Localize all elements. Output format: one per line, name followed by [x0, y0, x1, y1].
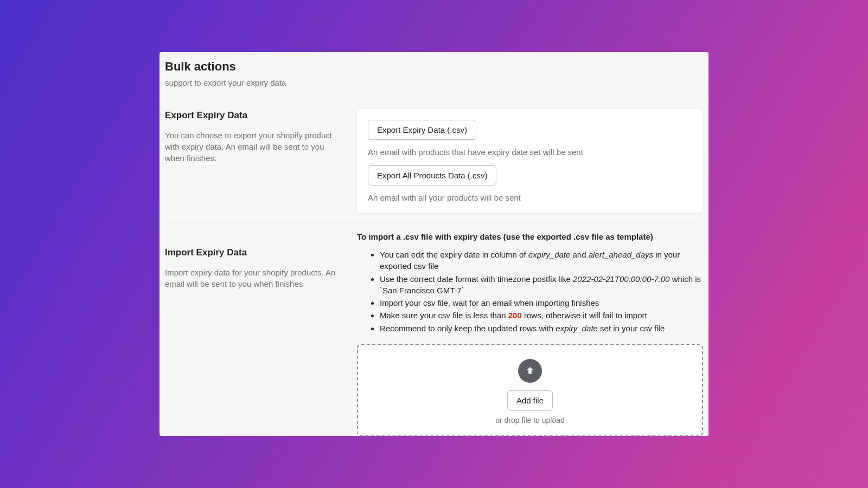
import-section-title: Import Expiry Data [165, 246, 342, 258]
export-expiry-helper: An email with products that have expiry … [368, 147, 692, 157]
export-card: Export Expiry Data (.csv) An email with … [357, 109, 703, 213]
export-all-helper: An email with all your products will be … [368, 193, 692, 202]
page-title: Bulk actions [165, 60, 703, 74]
import-instructions-list: You can edit the expiry date in column o… [357, 249, 703, 334]
upload-arrow-icon [518, 359, 542, 383]
export-expiry-button[interactable]: Export Expiry Data (.csv) [368, 120, 476, 140]
add-file-button[interactable]: Add file [507, 390, 553, 410]
import-instructions-heading: To import a .csv file with expiry dates … [357, 232, 703, 241]
list-item: Use the correct date format with timezon… [380, 273, 703, 297]
list-item: Make sure your csv file is less than 200… [380, 310, 703, 321]
drop-hint-text: or drop file to upload [495, 416, 565, 425]
export-section-title: Export Expiry Data [165, 109, 342, 121]
list-item: Recommend to only keep the updated rows … [380, 323, 703, 334]
import-section: Import Expiry Data Import expiry data fo… [165, 223, 703, 436]
settings-panel: Bulk actions support to export your expi… [159, 52, 709, 436]
import-section-info: Import Expiry Data Import expiry data fo… [165, 232, 342, 290]
export-section: Export Expiry Data You can choose to exp… [165, 99, 703, 213]
export-all-button[interactable]: Export All Products Data (.csv) [368, 165, 496, 185]
list-item: You can edit the expiry date in column o… [380, 249, 703, 272]
import-section-desc: Import expiry data for your shopify prod… [165, 267, 342, 290]
export-section-desc: You can choose to export your shopify pr… [165, 130, 342, 164]
file-dropzone[interactable]: Add file or drop file to upload [357, 344, 703, 436]
list-item: Import your csv file, wait for an email … [380, 297, 703, 309]
row-limit-value: 200 [508, 311, 522, 320]
page-subtitle: support to export your expiry data [165, 78, 703, 87]
export-section-info: Export Expiry Data You can choose to exp… [165, 109, 342, 164]
